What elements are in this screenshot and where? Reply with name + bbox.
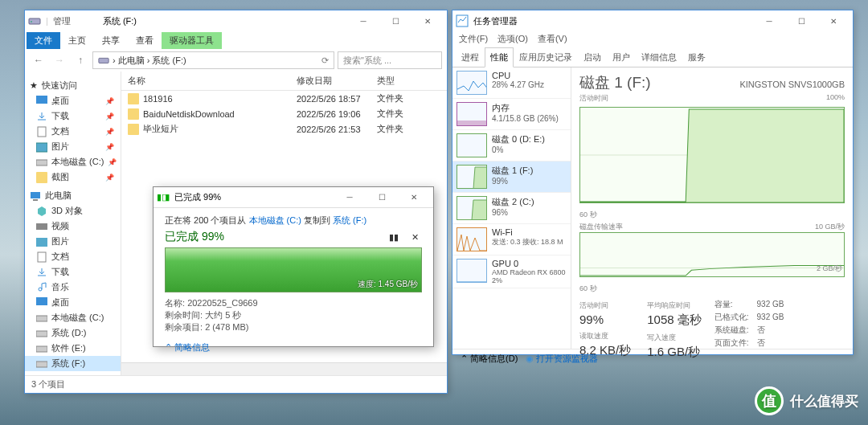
maximize-button[interactable]: ☐ xyxy=(379,11,411,31)
sidebar-network[interactable]: 网络 xyxy=(25,374,121,375)
status-text: 3 个项目 xyxy=(31,378,65,390)
perf-item-cpu[interactable]: CPU28% 4.27 GHz xyxy=(452,67,571,99)
sidebar-item-pictures2[interactable]: 图片 xyxy=(25,234,121,249)
column-headers[interactable]: 名称 修改日期 类型 xyxy=(121,72,447,91)
svg-rect-16 xyxy=(36,362,47,367)
file-row[interactable]: 1819162022/5/26 18:57文件夹 xyxy=(121,91,447,106)
ribbon-tab-share[interactable]: 共享 xyxy=(94,32,128,49)
minimize-button[interactable]: ─ xyxy=(347,11,379,31)
maximize-button[interactable]: ☐ xyxy=(785,11,817,31)
sidebar-item-music[interactable]: 音乐 xyxy=(25,280,121,295)
svg-rect-11 xyxy=(38,252,46,262)
tab-users[interactable]: 用户 xyxy=(607,47,636,67)
file-row[interactable]: 毕业短片2022/5/26 21:53文件夹 xyxy=(121,121,447,137)
sidebar-item-downloads[interactable]: 下载📌 xyxy=(25,108,121,124)
ribbon-tab-file[interactable]: 文件 xyxy=(27,32,60,49)
fewer-details-button[interactable]: ⌃ 简略信息 xyxy=(165,341,422,353)
sidebar-item-documents[interactable]: 文档📌 xyxy=(25,124,121,139)
h-scrollbar[interactable] xyxy=(121,362,447,375)
drive-icon xyxy=(36,313,47,324)
explorer-titlebar[interactable]: | 管理 系统 (F:) ─ ☐ ✕ xyxy=(25,10,447,31)
nav-forward-button[interactable]: → xyxy=(51,51,68,69)
perf-item-wifi[interactable]: Wi-Fi发送: 0.3 接收: 18.8 M xyxy=(452,224,571,255)
search-input[interactable]: 搜索"系统 ... xyxy=(338,51,442,69)
transfer-mid-label: 2 GB/秒 xyxy=(817,264,842,274)
copy-dst-link[interactable]: 系统 (F:) xyxy=(333,215,366,225)
perf-item-memory[interactable]: 内存4.1/15.8 GB (26%) xyxy=(452,99,571,130)
svg-rect-8 xyxy=(33,199,38,201)
ribbon-tab-home[interactable]: 主页 xyxy=(60,32,94,49)
perf-item-gpu[interactable]: GPU 0AMD Radeon RX 6800 2% xyxy=(452,255,571,288)
pin-icon: 📌 xyxy=(105,128,114,136)
folder-icon xyxy=(128,108,139,120)
drive-icon xyxy=(36,343,47,354)
activity-chart xyxy=(579,107,845,203)
close-button[interactable]: ✕ xyxy=(398,188,430,207)
download-icon xyxy=(36,267,47,278)
disk-thumb xyxy=(457,133,487,157)
sidebar-item-localc[interactable]: 本地磁盘 (C:)📌 xyxy=(25,154,121,170)
sidebar-item-drivec[interactable]: 本地磁盘 (C:) xyxy=(25,310,121,325)
music-icon xyxy=(36,282,47,293)
resmon-icon: ◉ xyxy=(526,353,534,363)
download-icon xyxy=(36,111,47,122)
col-date[interactable]: 修改日期 xyxy=(297,75,377,87)
ribbon-tab-view[interactable]: 查看 xyxy=(128,32,162,49)
perf-item-disk0[interactable]: 磁盘 0 (D: E:)0% xyxy=(452,130,571,161)
minimize-button[interactable]: ─ xyxy=(334,188,366,207)
menu-file[interactable]: 文件(F) xyxy=(459,33,488,46)
tab-startup[interactable]: 启动 xyxy=(578,47,607,67)
sidebar-item-desktop2[interactable]: 桌面 xyxy=(25,295,121,310)
close-button[interactable]: ✕ xyxy=(411,11,444,31)
ribbon-tab-drivetools[interactable]: 驱动器工具 xyxy=(162,32,222,49)
breadcrumb[interactable]: › 此电脑 › 系统 (F:) ⟳ xyxy=(92,51,334,69)
svg-rect-7 xyxy=(31,192,40,198)
perf-item-disk1[interactable]: 磁盘 1 (F:)99% xyxy=(452,161,571,193)
sidebar-thispc[interactable]: 此电脑 xyxy=(25,188,121,203)
pause-button[interactable]: ▮▮ xyxy=(387,230,401,244)
close-button[interactable]: ✕ xyxy=(817,11,850,31)
perf-sidebar: CPU28% 4.27 GHz 内存4.1/15.8 GB (26%) 磁盘 0… xyxy=(452,67,571,349)
col-name[interactable]: 名称 xyxy=(128,75,297,87)
sidebar-item-downloads2[interactable]: 下载 xyxy=(25,264,121,280)
tab-apphistory[interactable]: 应用历史记录 xyxy=(514,47,578,67)
minimize-button[interactable]: ─ xyxy=(753,11,785,31)
sidebar-item-pictures[interactable]: 图片📌 xyxy=(25,139,121,154)
sidebar-quickaccess[interactable]: ★快速访问 xyxy=(25,78,121,93)
taskmgr-tabs: 进程 性能 应用历史记录 启动 用户 详细信息 服务 xyxy=(452,47,853,67)
tab-performance[interactable]: 性能 xyxy=(485,47,514,67)
copy-icon: ▮◨ xyxy=(157,192,170,202)
sidebar-item-drivee[interactable]: 软件 (E:) xyxy=(25,341,121,356)
nav-back-button[interactable]: ← xyxy=(30,51,47,69)
tab-details[interactable]: 详细信息 xyxy=(636,47,682,67)
sidebar-item-desktop[interactable]: 桌面📌 xyxy=(25,93,121,108)
copy-progress-text: 已完成 99% xyxy=(165,230,224,244)
sidebar-item-drived[interactable]: 系统 (D:) xyxy=(25,325,121,341)
disk-info-table: 容量:932 GB 已格式化:932 GB 系统磁盘:否 页面文件:否 xyxy=(713,297,786,350)
maximize-button[interactable]: ☐ xyxy=(366,188,398,207)
cancel-button[interactable]: ✕ xyxy=(407,230,422,244)
copy-speed-label: 速度: 1.45 GB/秒 xyxy=(358,279,418,290)
nav-up-button[interactable]: ↑ xyxy=(72,51,89,69)
pictures-icon xyxy=(36,236,47,247)
copy-titlebar[interactable]: ▮◨ 已完成 99% ─ ☐ ✕ xyxy=(154,187,433,208)
taskmgr-titlebar[interactable]: 任务管理器 ─ ☐ ✕ xyxy=(452,10,853,31)
refresh-icon[interactable]: ⟳ xyxy=(321,55,329,66)
pin-icon: 📌 xyxy=(105,112,114,121)
sidebar-item-videos[interactable]: 视频 xyxy=(25,219,121,234)
copy-src-link[interactable]: 本地磁盘 (C:) xyxy=(249,215,301,225)
col-type[interactable]: 类型 xyxy=(377,75,433,87)
menu-options[interactable]: 选项(O) xyxy=(497,33,528,46)
open-resmon-link[interactable]: 打开资源监视器 xyxy=(536,353,598,363)
tab-services[interactable]: 服务 xyxy=(682,47,711,67)
sidebar-item-drivef[interactable]: 系统 (F:) xyxy=(25,356,121,371)
sidebar-item-screenshots[interactable]: 截图📌 xyxy=(25,170,121,185)
tab-processes[interactable]: 进程 xyxy=(456,47,485,67)
stat-read-label: 读取速度 xyxy=(579,331,631,341)
file-row[interactable]: BaiduNetdiskDownload2022/5/26 19:06文件夹 xyxy=(121,106,447,121)
sidebar-item-documents2[interactable]: 文档 xyxy=(25,249,121,264)
menu-view[interactable]: 查看(V) xyxy=(538,33,567,46)
sidebar-item-3d[interactable]: 3D 对象 xyxy=(25,203,121,219)
perf-item-disk2[interactable]: 磁盘 2 (C:)96% xyxy=(452,193,571,224)
fewer-details-button[interactable]: ⌃ 简略信息(D) xyxy=(461,353,518,363)
